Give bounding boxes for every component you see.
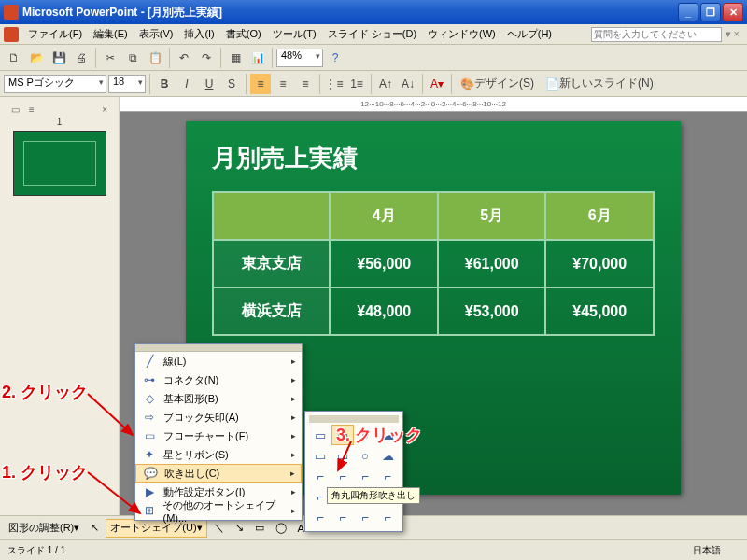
menu-insert[interactable]: 挿入(I) — [178, 25, 219, 43]
align-center-icon[interactable]: ≡ — [273, 74, 293, 94]
autoshape-item-label: フローチャート(F) — [163, 429, 248, 443]
bold-icon[interactable]: B — [154, 74, 175, 94]
new-slide-button[interactable]: 📄新しいスライド(N) — [541, 74, 658, 94]
shape-adjust-button[interactable]: 図形の調整(R) ▾ — [4, 519, 84, 538]
align-left-icon[interactable]: ≡ — [250, 74, 271, 94]
menu-edit[interactable]: 編集(E) — [88, 25, 134, 43]
autoshape-item-label: 星とリボン(S) — [163, 448, 229, 462]
undo-icon[interactable]: ↶ — [174, 48, 194, 68]
help-search-input[interactable] — [591, 27, 722, 42]
annotation-arrow-2 — [84, 388, 140, 444]
window-controls: _ ❐ ✕ — [678, 3, 743, 21]
autoshape-item-label: 基本図形(B) — [163, 392, 218, 406]
sales-table: 4月5月6月 東京支店¥56,000¥61,000¥70,000 横浜支店¥48… — [212, 191, 655, 336]
palette-drag-handle[interactable] — [309, 415, 399, 423]
shape-tooltip: 角丸四角形吹き出し — [327, 487, 420, 504]
menu-slideshow[interactable]: スライド ショー(D) — [322, 25, 422, 43]
autoshape-item-6[interactable]: 💬吹き出し(C)▸ — [135, 464, 302, 483]
menu-file[interactable]: ファイル(F) — [22, 25, 88, 43]
autoshape-item-3[interactable]: ⇨ブロック矢印(A)▸ — [135, 408, 302, 427]
menu-tools[interactable]: ツール(T) — [267, 25, 322, 43]
autoshape-item-icon: ✦ — [141, 447, 158, 462]
svg-line-0 — [88, 472, 140, 513]
menu-bar: ファイル(F) 編集(E) 表示(V) 挿入(I) 書式(O) ツール(T) ス… — [0, 24, 747, 45]
menu-view[interactable]: 表示(V) — [134, 25, 179, 43]
menu-format[interactable]: 書式(O) — [220, 25, 267, 43]
redo-icon[interactable]: ↷ — [196, 48, 217, 68]
underline-icon[interactable]: U — [199, 74, 219, 94]
callout-shape-4-3[interactable]: ⌐ — [376, 507, 399, 527]
chart-icon[interactable]: 📊 — [247, 48, 268, 68]
italic-icon[interactable]: I — [176, 74, 197, 94]
formatting-toolbar: MS Pゴシック 18 B I U S ≡ ≡ ≡ ⋮≡ 1≡ A↑ A↓ A▾… — [0, 71, 747, 97]
paste-icon[interactable]: 📋 — [145, 48, 165, 68]
design-button[interactable]: 🎨デザイン(S) — [456, 74, 539, 94]
autoshape-item-label: 線(L) — [163, 355, 186, 369]
horizontal-ruler: 12···10···8···6···4···2···0···2···4···6·… — [120, 97, 747, 112]
autoshape-item-label: ブロック矢印(A) — [163, 411, 239, 425]
app-icon — [4, 5, 19, 20]
callout-shape-2-3[interactable]: ⌐ — [376, 466, 399, 486]
slide-counter: スライド 1 / 1 — [7, 544, 65, 557]
callout-shape-1-3[interactable]: ☁ — [376, 445, 399, 466]
cut-icon[interactable]: ✂ — [100, 48, 120, 68]
autoshape-item-2[interactable]: ◇基本図形(B)▸ — [135, 389, 302, 408]
autoshape-item-5[interactable]: ✦星とリボン(S)▸ — [135, 445, 302, 464]
menu-drag-handle[interactable] — [135, 344, 302, 352]
decrease-font-icon[interactable]: A↓ — [398, 74, 418, 94]
autoshape-item-icon: ╱ — [141, 354, 158, 369]
window-title: Microsoft PowerPoint - [月別売上実績] — [22, 5, 222, 21]
menu-window[interactable]: ウィンドウ(W) — [422, 25, 501, 43]
autoshape-item-icon: ⊶ — [141, 372, 158, 387]
callout-shape-4-0[interactable]: ⌐ — [309, 507, 331, 527]
autoshape-item-icon: ◇ — [141, 391, 158, 406]
autoshape-item-8[interactable]: ⊞その他のオートシェイプ(M)...▸ — [135, 501, 302, 520]
shadow-icon[interactable]: S — [221, 74, 242, 94]
autoshape-item-label: 吹き出し(C) — [164, 467, 219, 481]
align-right-icon[interactable]: ≡ — [295, 74, 316, 94]
zoom-select[interactable]: 48% — [276, 49, 323, 67]
language-indicator: 日本語 — [674, 544, 740, 557]
slide-title: 月別売上実績 — [212, 142, 655, 175]
font-color-icon[interactable]: A▾ — [427, 74, 447, 94]
increase-font-icon[interactable]: A↑ — [375, 74, 396, 94]
close-button[interactable]: ✕ — [723, 3, 743, 21]
new-icon[interactable]: 🗋 — [4, 48, 24, 68]
print-icon[interactable]: 🖨 — [71, 48, 92, 68]
autoshape-item-0[interactable]: ╱線(L)▸ — [135, 352, 302, 371]
tab-slides-icon[interactable]: ▭ — [11, 105, 20, 115]
copy-icon[interactable]: ⧉ — [122, 48, 143, 68]
table-icon[interactable]: ▦ — [225, 48, 246, 68]
callout-shape-4-2[interactable]: ⌐ — [354, 507, 376, 527]
slide-1-thumbnail[interactable] — [13, 131, 106, 196]
bullets-icon[interactable]: ⋮≡ — [324, 74, 345, 94]
annotation-3: 3. クリック — [336, 424, 422, 446]
autoshape-item-label: その他のオートシェイプ(M)... — [162, 498, 296, 524]
doc-icon — [4, 27, 19, 42]
minimize-button[interactable]: _ — [678, 3, 698, 21]
svg-line-1 — [88, 394, 133, 435]
menu-help[interactable]: ヘルプ(H) — [501, 25, 557, 43]
table-row: 東京支店¥56,000¥61,000¥70,000 — [213, 240, 654, 287]
autoshape-item-1[interactable]: ⊶コネクタ(N)▸ — [135, 371, 302, 389]
callout-shape-0-0[interactable]: ▭ — [309, 425, 331, 445]
autoshape-item-4[interactable]: ▭フローチャート(F)▸ — [135, 427, 302, 445]
slide-1-number: 1 — [6, 117, 113, 127]
maximize-button[interactable]: ❐ — [700, 3, 721, 21]
tab-outline-icon[interactable]: ≡ — [29, 105, 35, 115]
open-icon[interactable]: 📂 — [26, 48, 47, 68]
annotation-2: 2. クリック — [2, 381, 88, 403]
help-icon[interactable]: ? — [325, 48, 345, 68]
callout-shape-2-0[interactable]: ⌐ — [309, 466, 331, 486]
save-icon[interactable]: 💾 — [49, 48, 69, 68]
font-select[interactable]: MS Pゴシック — [4, 75, 106, 93]
standard-toolbar: 🗋 📂 💾 🖨 ✂ ⧉ 📋 ↶ ↷ ▦ 📊 48% ? — [0, 45, 747, 71]
table-row: 横浜支店¥48,000¥53,000¥45,000 — [213, 287, 654, 335]
font-size-select[interactable]: 18 — [108, 75, 146, 93]
callout-shape-1-0[interactable]: ▭ — [309, 445, 331, 466]
autoshape-item-icon: ▭ — [141, 428, 158, 443]
autoshape-item-icon: ⇨ — [141, 410, 158, 425]
callout-shape-4-1[interactable]: ⌐ — [331, 507, 354, 527]
annotation-arrow-1 — [84, 467, 149, 523]
numbering-icon[interactable]: 1≡ — [346, 74, 367, 94]
